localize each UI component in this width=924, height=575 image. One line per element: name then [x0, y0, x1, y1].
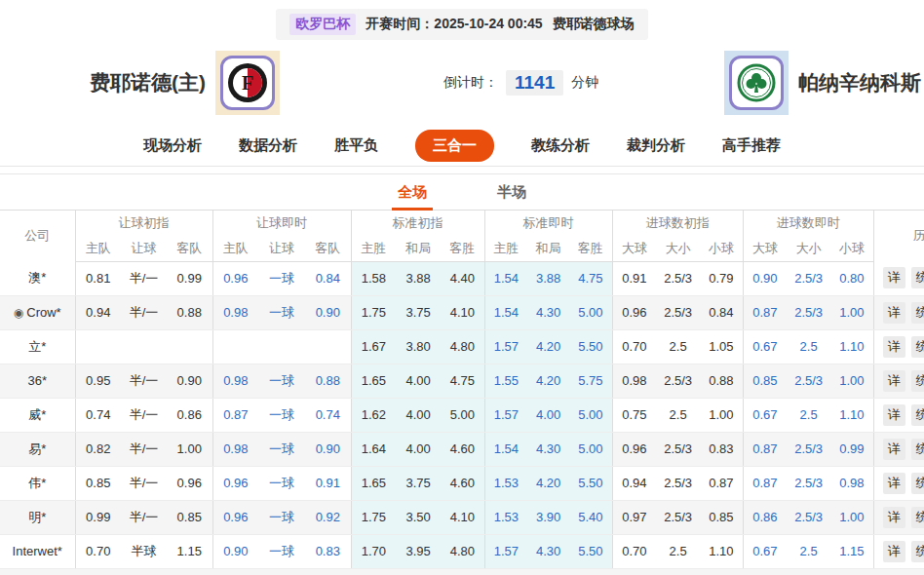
odds-cell[interactable]: 4.30: [527, 295, 569, 329]
odds-cell[interactable]: 2.5/3: [787, 432, 830, 466]
odds-cell[interactable]: 0.91: [305, 466, 351, 500]
odds-cell[interactable]: [212, 329, 258, 364]
odds-cell[interactable]: 1.53: [484, 466, 527, 500]
odds-cell[interactable]: 5.50: [569, 329, 612, 364]
odds-cell[interactable]: 一球: [258, 295, 305, 329]
odds-cell[interactable]: 2.5/3: [787, 466, 830, 500]
stats-button[interactable]: 统: [911, 404, 924, 426]
odds-cell[interactable]: 一球: [258, 500, 305, 534]
stats-button[interactable]: 统: [911, 439, 924, 460]
odds-cell[interactable]: 0.96: [212, 500, 258, 534]
odds-cell[interactable]: 4.20: [527, 329, 569, 364]
detail-button[interactable]: 详: [883, 541, 905, 562]
odds-cell[interactable]: 0.98: [212, 364, 258, 398]
odds-cell[interactable]: 一球: [258, 466, 305, 500]
detail-button[interactable]: 详: [883, 507, 905, 528]
odds-cell[interactable]: 0.87: [212, 398, 258, 432]
stats-button[interactable]: 统: [911, 507, 924, 528]
odds-cell[interactable]: 5.00: [569, 295, 612, 329]
subtab-0[interactable]: 全场: [398, 174, 427, 210]
odds-cell[interactable]: 0.90: [305, 295, 351, 329]
odds-cell[interactable]: 5.50: [569, 466, 612, 500]
odds-cell[interactable]: 一球: [258, 261, 305, 295]
odds-cell[interactable]: 一球: [258, 534, 305, 568]
odds-cell[interactable]: 4.00: [527, 398, 569, 432]
odds-cell[interactable]: 2.5: [787, 534, 830, 568]
odds-cell[interactable]: 0.98: [212, 432, 258, 466]
odds-cell[interactable]: 4.20: [527, 364, 569, 398]
detail-button[interactable]: 详: [883, 302, 905, 324]
odds-cell[interactable]: [305, 329, 351, 364]
detail-button[interactable]: 详: [883, 404, 905, 426]
nav-tab-4[interactable]: 教练分析: [531, 136, 590, 155]
odds-cell[interactable]: 0.98: [212, 295, 258, 329]
odds-cell[interactable]: 5.00: [569, 432, 612, 466]
odds-cell[interactable]: 5.75: [569, 364, 612, 398]
stats-button[interactable]: 统: [911, 473, 924, 494]
odds-cell[interactable]: 2.5: [787, 329, 830, 364]
odds-cell[interactable]: 0.86: [743, 500, 787, 534]
odds-cell[interactable]: 1.10: [830, 398, 873, 432]
odds-cell[interactable]: 0.96: [212, 261, 258, 295]
stats-button[interactable]: 统: [911, 336, 924, 358]
detail-button[interactable]: 详: [883, 336, 905, 358]
odds-cell[interactable]: 1.54: [484, 432, 527, 466]
odds-cell[interactable]: 5.50: [569, 534, 612, 568]
odds-cell[interactable]: 2.5: [787, 398, 830, 432]
odds-cell[interactable]: 4.75: [569, 261, 612, 295]
odds-cell[interactable]: 3.88: [527, 261, 569, 295]
odds-cell[interactable]: 0.67: [743, 398, 787, 432]
stats-button[interactable]: 统: [911, 370, 924, 392]
odds-cell[interactable]: 2.5/3: [787, 364, 830, 398]
odds-cell[interactable]: 0.67: [743, 534, 787, 568]
odds-cell[interactable]: 2.5/3: [787, 500, 830, 534]
detail-button[interactable]: 详: [883, 267, 905, 288]
odds-cell[interactable]: 0.90: [743, 261, 787, 295]
nav-tab-5[interactable]: 裁判分析: [627, 136, 685, 155]
odds-cell[interactable]: 1.15: [830, 534, 873, 568]
detail-button[interactable]: 详: [883, 473, 905, 494]
stats-button[interactable]: 统: [911, 302, 924, 324]
odds-cell[interactable]: 0.96: [212, 466, 258, 500]
odds-cell[interactable]: 1.53: [484, 500, 527, 534]
odds-cell[interactable]: 0.87: [743, 295, 787, 329]
odds-cell[interactable]: 0.84: [305, 261, 351, 295]
odds-cell[interactable]: 0.74: [305, 398, 351, 432]
odds-cell[interactable]: 1.00: [830, 295, 873, 329]
odds-cell[interactable]: 2.5/3: [787, 295, 830, 329]
subtab-1[interactable]: 半场: [497, 174, 526, 210]
detail-button[interactable]: 详: [883, 370, 905, 392]
odds-cell[interactable]: 0.85: [743, 364, 787, 398]
odds-cell[interactable]: 1.57: [484, 534, 527, 568]
odds-cell[interactable]: 4.20: [527, 466, 569, 500]
odds-cell[interactable]: 0.99: [830, 432, 873, 466]
odds-cell[interactable]: 1.54: [484, 295, 527, 329]
odds-cell[interactable]: 1.00: [830, 364, 873, 398]
odds-cell[interactable]: 0.90: [305, 432, 351, 466]
odds-cell[interactable]: 4.30: [527, 534, 569, 568]
odds-cell[interactable]: 一球: [258, 432, 305, 466]
odds-cell[interactable]: 0.88: [305, 364, 351, 398]
stats-button[interactable]: 统: [911, 267, 924, 288]
odds-cell[interactable]: 1.54: [484, 261, 527, 295]
odds-cell[interactable]: 1.55: [484, 364, 527, 398]
odds-cell[interactable]: 1.10: [830, 329, 873, 364]
odds-cell[interactable]: 2.5/3: [787, 261, 830, 295]
odds-cell[interactable]: 4.30: [527, 432, 569, 466]
odds-cell[interactable]: 5.40: [569, 500, 612, 534]
nav-tab-6[interactable]: 高手推荐: [722, 136, 781, 155]
odds-cell[interactable]: 5.00: [569, 398, 612, 432]
stats-button[interactable]: 统: [911, 541, 924, 562]
odds-cell[interactable]: 0.83: [305, 534, 351, 568]
odds-cell[interactable]: 1.57: [484, 398, 527, 432]
odds-cell[interactable]: 3.90: [527, 500, 569, 534]
odds-cell[interactable]: 0.90: [212, 534, 258, 568]
odds-cell[interactable]: 1.00: [830, 500, 873, 534]
odds-cell[interactable]: 一球: [258, 398, 305, 432]
odds-cell[interactable]: 0.87: [743, 432, 787, 466]
odds-cell[interactable]: 1.57: [484, 329, 527, 364]
odds-cell[interactable]: 0.67: [743, 329, 787, 364]
odds-cell[interactable]: 0.98: [830, 466, 873, 500]
odds-cell[interactable]: 0.80: [830, 261, 873, 295]
detail-button[interactable]: 详: [883, 439, 905, 460]
